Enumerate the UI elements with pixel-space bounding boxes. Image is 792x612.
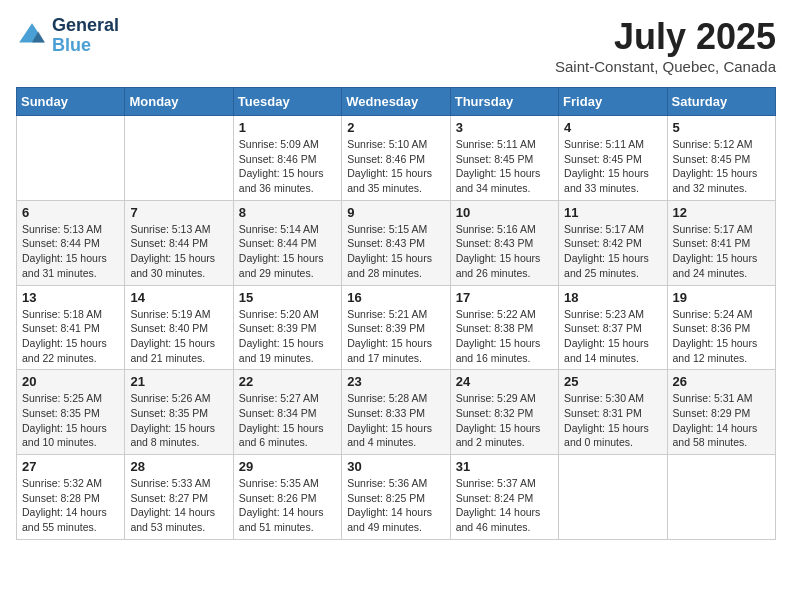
page-header: General Blue July 2025 Saint-Constant, Q… [16,16,776,75]
calendar-cell: 18Sunrise: 5:23 AM Sunset: 8:37 PM Dayli… [559,285,667,370]
day-info: Sunrise: 5:10 AM Sunset: 8:46 PM Dayligh… [347,137,444,196]
day-number: 22 [239,374,336,389]
day-number: 25 [564,374,661,389]
day-info: Sunrise: 5:17 AM Sunset: 8:42 PM Dayligh… [564,222,661,281]
day-info: Sunrise: 5:22 AM Sunset: 8:38 PM Dayligh… [456,307,553,366]
day-info: Sunrise: 5:20 AM Sunset: 8:39 PM Dayligh… [239,307,336,366]
calendar-table: SundayMondayTuesdayWednesdayThursdayFrid… [16,87,776,540]
day-number: 8 [239,205,336,220]
calendar-week-row: 6Sunrise: 5:13 AM Sunset: 8:44 PM Daylig… [17,200,776,285]
day-info: Sunrise: 5:13 AM Sunset: 8:44 PM Dayligh… [130,222,227,281]
day-info: Sunrise: 5:33 AM Sunset: 8:27 PM Dayligh… [130,476,227,535]
calendar-cell: 26Sunrise: 5:31 AM Sunset: 8:29 PM Dayli… [667,370,775,455]
day-number: 27 [22,459,119,474]
day-number: 23 [347,374,444,389]
calendar-cell: 13Sunrise: 5:18 AM Sunset: 8:41 PM Dayli… [17,285,125,370]
day-number: 6 [22,205,119,220]
title-block: July 2025 Saint-Constant, Quebec, Canada [555,16,776,75]
day-info: Sunrise: 5:35 AM Sunset: 8:26 PM Dayligh… [239,476,336,535]
calendar-week-row: 1Sunrise: 5:09 AM Sunset: 8:46 PM Daylig… [17,116,776,201]
calendar-cell: 1Sunrise: 5:09 AM Sunset: 8:46 PM Daylig… [233,116,341,201]
day-info: Sunrise: 5:25 AM Sunset: 8:35 PM Dayligh… [22,391,119,450]
weekday-header-thursday: Thursday [450,88,558,116]
weekday-header-monday: Monday [125,88,233,116]
day-info: Sunrise: 5:26 AM Sunset: 8:35 PM Dayligh… [130,391,227,450]
day-info: Sunrise: 5:24 AM Sunset: 8:36 PM Dayligh… [673,307,770,366]
day-number: 26 [673,374,770,389]
calendar-cell: 3Sunrise: 5:11 AM Sunset: 8:45 PM Daylig… [450,116,558,201]
calendar-week-row: 27Sunrise: 5:32 AM Sunset: 8:28 PM Dayli… [17,455,776,540]
calendar-cell: 21Sunrise: 5:26 AM Sunset: 8:35 PM Dayli… [125,370,233,455]
location: Saint-Constant, Quebec, Canada [555,58,776,75]
weekday-header-tuesday: Tuesday [233,88,341,116]
calendar-cell: 2Sunrise: 5:10 AM Sunset: 8:46 PM Daylig… [342,116,450,201]
calendar-cell: 8Sunrise: 5:14 AM Sunset: 8:44 PM Daylig… [233,200,341,285]
day-info: Sunrise: 5:17 AM Sunset: 8:41 PM Dayligh… [673,222,770,281]
calendar-cell: 7Sunrise: 5:13 AM Sunset: 8:44 PM Daylig… [125,200,233,285]
logo-icon [16,20,48,52]
day-info: Sunrise: 5:23 AM Sunset: 8:37 PM Dayligh… [564,307,661,366]
day-number: 20 [22,374,119,389]
calendar-cell: 25Sunrise: 5:30 AM Sunset: 8:31 PM Dayli… [559,370,667,455]
day-number: 29 [239,459,336,474]
day-number: 7 [130,205,227,220]
day-number: 30 [347,459,444,474]
calendar-cell: 27Sunrise: 5:32 AM Sunset: 8:28 PM Dayli… [17,455,125,540]
calendar-cell: 5Sunrise: 5:12 AM Sunset: 8:45 PM Daylig… [667,116,775,201]
calendar-cell [125,116,233,201]
weekday-header-saturday: Saturday [667,88,775,116]
day-number: 9 [347,205,444,220]
logo-text: General Blue [52,16,119,56]
day-info: Sunrise: 5:31 AM Sunset: 8:29 PM Dayligh… [673,391,770,450]
day-number: 4 [564,120,661,135]
calendar-cell: 17Sunrise: 5:22 AM Sunset: 8:38 PM Dayli… [450,285,558,370]
day-number: 28 [130,459,227,474]
calendar-cell: 29Sunrise: 5:35 AM Sunset: 8:26 PM Dayli… [233,455,341,540]
day-info: Sunrise: 5:18 AM Sunset: 8:41 PM Dayligh… [22,307,119,366]
day-number: 24 [456,374,553,389]
day-number: 13 [22,290,119,305]
day-info: Sunrise: 5:19 AM Sunset: 8:40 PM Dayligh… [130,307,227,366]
day-info: Sunrise: 5:32 AM Sunset: 8:28 PM Dayligh… [22,476,119,535]
day-info: Sunrise: 5:21 AM Sunset: 8:39 PM Dayligh… [347,307,444,366]
day-info: Sunrise: 5:13 AM Sunset: 8:44 PM Dayligh… [22,222,119,281]
calendar-week-row: 20Sunrise: 5:25 AM Sunset: 8:35 PM Dayli… [17,370,776,455]
day-number: 18 [564,290,661,305]
logo: General Blue [16,16,119,56]
calendar-cell: 6Sunrise: 5:13 AM Sunset: 8:44 PM Daylig… [17,200,125,285]
day-info: Sunrise: 5:14 AM Sunset: 8:44 PM Dayligh… [239,222,336,281]
day-info: Sunrise: 5:09 AM Sunset: 8:46 PM Dayligh… [239,137,336,196]
day-number: 14 [130,290,227,305]
calendar-cell: 19Sunrise: 5:24 AM Sunset: 8:36 PM Dayli… [667,285,775,370]
calendar-week-row: 13Sunrise: 5:18 AM Sunset: 8:41 PM Dayli… [17,285,776,370]
day-number: 31 [456,459,553,474]
day-info: Sunrise: 5:37 AM Sunset: 8:24 PM Dayligh… [456,476,553,535]
weekday-header-friday: Friday [559,88,667,116]
calendar-cell [667,455,775,540]
day-number: 11 [564,205,661,220]
day-number: 1 [239,120,336,135]
calendar-cell: 30Sunrise: 5:36 AM Sunset: 8:25 PM Dayli… [342,455,450,540]
day-info: Sunrise: 5:15 AM Sunset: 8:43 PM Dayligh… [347,222,444,281]
weekday-header-row: SundayMondayTuesdayWednesdayThursdayFrid… [17,88,776,116]
day-number: 16 [347,290,444,305]
day-number: 2 [347,120,444,135]
day-info: Sunrise: 5:27 AM Sunset: 8:34 PM Dayligh… [239,391,336,450]
calendar-cell: 15Sunrise: 5:20 AM Sunset: 8:39 PM Dayli… [233,285,341,370]
weekday-header-wednesday: Wednesday [342,88,450,116]
day-number: 19 [673,290,770,305]
day-number: 15 [239,290,336,305]
day-info: Sunrise: 5:12 AM Sunset: 8:45 PM Dayligh… [673,137,770,196]
day-info: Sunrise: 5:28 AM Sunset: 8:33 PM Dayligh… [347,391,444,450]
calendar-cell: 28Sunrise: 5:33 AM Sunset: 8:27 PM Dayli… [125,455,233,540]
calendar-cell: 31Sunrise: 5:37 AM Sunset: 8:24 PM Dayli… [450,455,558,540]
day-number: 10 [456,205,553,220]
calendar-cell: 23Sunrise: 5:28 AM Sunset: 8:33 PM Dayli… [342,370,450,455]
day-number: 21 [130,374,227,389]
day-number: 3 [456,120,553,135]
calendar-cell: 11Sunrise: 5:17 AM Sunset: 8:42 PM Dayli… [559,200,667,285]
day-info: Sunrise: 5:29 AM Sunset: 8:32 PM Dayligh… [456,391,553,450]
calendar-cell: 10Sunrise: 5:16 AM Sunset: 8:43 PM Dayli… [450,200,558,285]
day-number: 17 [456,290,553,305]
calendar-cell: 4Sunrise: 5:11 AM Sunset: 8:45 PM Daylig… [559,116,667,201]
